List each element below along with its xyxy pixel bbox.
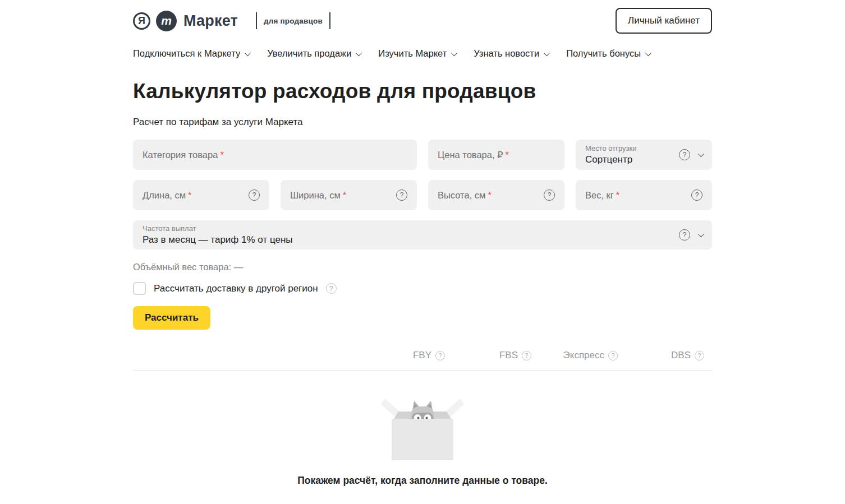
yandex-logo-icon: Я [133,12,150,30]
results-header: FBY ? FBS ? Экспресс ? DBS ? [133,350,712,361]
brand-tagline-wrap: для продавцов [256,12,330,29]
help-icon[interactable]: ? [679,229,690,241]
required-mark: * [188,190,191,201]
chevron-down-icon [698,151,704,157]
required-mark: * [488,190,491,201]
help-icon[interactable]: ? [608,351,618,360]
nav-item-label: Узнать новости [474,48,539,59]
height-placeholder: Высота, см [438,190,485,201]
cat-in-box-illustration [380,393,465,460]
price-input[interactable]: Цена товара, ₽ * [428,140,564,170]
other-region-checkbox[interactable] [133,282,146,295]
weight-input[interactable]: Вес, кг * ? [576,180,712,210]
help-icon[interactable]: ? [691,189,702,201]
page-subtitle: Расчет по тарифам за услуги Маркета [133,117,712,128]
results-empty-state: Покажем расчёт, когда заполните данные о… [133,393,712,487]
payout-frequency-select[interactable]: Частота выплат Раз в месяц — тариф 1% от… [133,220,712,249]
nav-item-increase-sales[interactable]: Увеличить продажи [267,48,360,59]
results-column-fbs: FBS ? [445,350,531,361]
shipping-point-select[interactable]: Место отгрузки Сортцентр ? [576,140,712,170]
category-input[interactable]: Категория товара * [133,140,417,170]
shipping-point-value: Сортцентр [585,154,637,165]
nav-item-label: Увеличить продажи [267,48,351,59]
required-mark: * [343,190,346,201]
chevron-down-icon [245,49,251,56]
results-column-label: Экспресс [563,350,604,361]
required-mark: * [220,150,223,160]
results-column-label: DBS [671,350,691,361]
results-column-express: Экспресс ? [531,350,618,361]
help-icon[interactable]: ? [679,149,690,160]
weight-placeholder: Вес, кг [585,190,614,201]
results-column-dbs: DBS ? [618,350,704,361]
width-placeholder: Ширина, см [290,190,341,201]
chevron-down-icon [451,49,457,56]
required-mark: * [506,150,509,160]
results-column-label: FBS [499,350,518,361]
other-region-row: Рассчитать доставку в другой регион ? [133,282,712,295]
divider [256,12,257,29]
nav-item-label: Получить бонусы [566,48,641,59]
page-title: Калькулятор расходов для продавцов [133,80,712,103]
category-placeholder: Категория товара [143,150,218,160]
help-icon[interactable]: ? [326,283,337,294]
chevron-down-icon [645,49,651,56]
payout-frequency-value: Раз в месяц — тариф 1% от цены [143,234,293,246]
brand-tagline: для продавцов [264,17,323,25]
volumetric-weight-text: Объёмный вес товара: — [133,262,712,272]
page-container: Я m Маркет для продавцов Личный кабинет … [133,0,712,487]
help-icon[interactable]: ? [249,189,260,201]
shipping-point-text: Место отгрузки Сортцентр [585,144,637,165]
required-mark: * [616,190,619,201]
nav-item-news[interactable]: Узнать новости [474,48,548,59]
chevron-down-icon [698,231,704,237]
nav-item-label: Подключиться к Маркету [133,48,240,59]
help-icon[interactable]: ? [522,351,531,360]
results-column-label: FBY [413,350,431,361]
divider [329,12,330,29]
header: Я m Маркет для продавцов Личный кабинет [133,0,712,34]
market-monogram-icon: m [156,11,177,31]
logo[interactable]: Я m Маркет для продавцов [133,11,330,31]
nav-item-connect[interactable]: Подключиться к Маркету [133,48,249,59]
help-icon[interactable]: ? [695,351,704,360]
shipping-point-label: Место отгрузки [585,144,637,153]
help-icon[interactable]: ? [396,189,407,201]
nav-item-learn-market[interactable]: Изучить Маркет [378,48,456,59]
chevron-down-icon [544,49,550,56]
calculate-button[interactable]: Рассчитать [133,306,210,330]
width-input[interactable]: Ширина, см * ? [281,180,417,210]
other-region-label[interactable]: Рассчитать доставку в другой регион [154,283,318,294]
results-column-fby: FBY ? [359,350,445,361]
price-placeholder: Цена товара, ₽ [438,150,503,160]
chevron-down-icon [356,49,362,56]
help-icon[interactable]: ? [544,189,555,201]
nav-item-bonuses[interactable]: Получить бонусы [566,48,650,59]
nav-item-label: Изучить Маркет [378,48,447,59]
calculator-form: Категория товара * Цена товара, ₽ * Мест… [133,140,712,249]
main-nav: Подключиться к Маркету Увеличить продажи… [133,48,712,59]
account-button[interactable]: Личный кабинет [616,8,712,34]
empty-message: Покажем расчёт, когда заполните данные о… [297,475,548,487]
payout-frequency-text: Частота выплат Раз в месяц — тариф 1% от… [143,224,293,246]
brand-name: Маркет [183,12,238,30]
height-input[interactable]: Высота, см * ? [428,180,564,210]
results-divider [133,370,712,371]
length-placeholder: Длина, см [143,190,186,201]
help-icon[interactable]: ? [435,351,445,360]
payout-frequency-label: Частота выплат [143,224,293,233]
length-input[interactable]: Длина, см * ? [133,180,269,210]
